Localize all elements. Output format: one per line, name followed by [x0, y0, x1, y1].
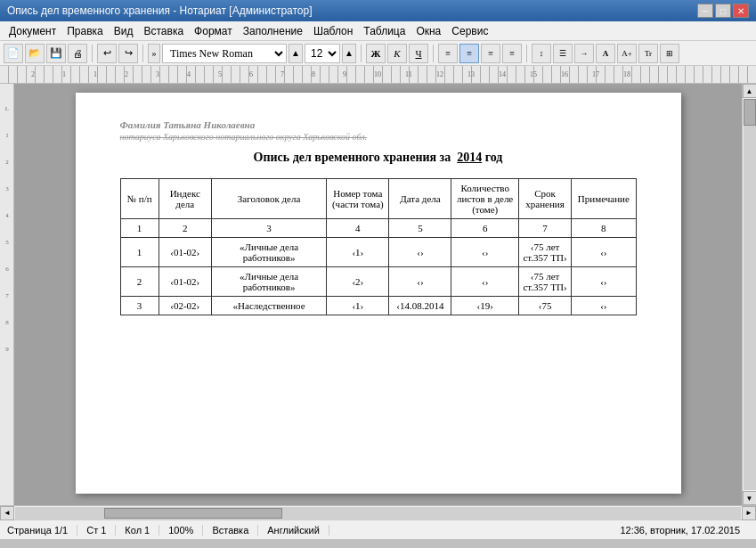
bold-button[interactable]: Ж: [366, 44, 386, 63]
undo-button[interactable]: ↩: [97, 44, 117, 63]
scroll-thumb[interactable]: [744, 99, 756, 126]
tr-button[interactable]: Tr: [638, 44, 658, 63]
extra-button[interactable]: ⊞: [660, 44, 679, 63]
scroll-right-button[interactable]: ►: [742, 506, 756, 520]
svg-text:7: 7: [280, 70, 284, 78]
page-header: Фамилия Татьяна Николаевна нотариуса Хар…: [120, 119, 637, 142]
col-header-2: Индекс дела: [159, 179, 211, 219]
svg-text:12: 12: [436, 70, 443, 78]
menu-service[interactable]: Сервис: [446, 23, 493, 39]
save-button[interactable]: 💾: [46, 44, 66, 63]
redo-button[interactable]: ↪: [118, 44, 138, 63]
svg-text:1: 1: [62, 70, 66, 78]
col-header-1: № п/п: [120, 179, 159, 219]
status-datetime: 12:36, вторник, 17.02.2015: [611, 525, 749, 536]
svg-text:7: 7: [5, 292, 9, 299]
align-center-button[interactable]: ≡: [459, 44, 479, 63]
menu-insert[interactable]: Вставка: [139, 23, 190, 39]
font-size-arrows2[interactable]: ▲: [342, 44, 356, 63]
table-cell-3: «Наследственное: [211, 297, 326, 315]
scroll-track[interactable]: [744, 99, 756, 490]
vertical-scrollbar[interactable]: ▲ ▼: [742, 84, 756, 505]
svg-text:17: 17: [592, 70, 599, 78]
table-cell-1: 3: [120, 297, 159, 315]
svg-text:1: 1: [5, 132, 9, 139]
menu-table[interactable]: Таблица: [358, 23, 411, 39]
table-cell-2: ‹02-02›: [159, 297, 211, 315]
h-scroll-thumb[interactable]: [104, 508, 282, 519]
open-button[interactable]: 📂: [25, 44, 45, 63]
col-header-4: Номер тома (части тома): [327, 179, 389, 219]
table-cell-3: «Личные дела работников»: [211, 267, 326, 297]
new-doc-button[interactable]: 📄: [4, 44, 23, 63]
table-cell-5: ‹›: [389, 238, 451, 267]
table-cell-4: ‹1›: [327, 297, 389, 315]
font-size-arrows[interactable]: ▲: [289, 44, 303, 63]
svg-text:2: 2: [5, 159, 9, 166]
inventory-table: № п/п Индекс дела Заголовок дела Номер т…: [120, 178, 637, 315]
horizontal-scrollbar[interactable]: ◄ ►: [0, 505, 756, 519]
align-justify-button[interactable]: ≡: [502, 44, 522, 63]
svg-text:16: 16: [561, 70, 568, 78]
menu-edit[interactable]: Правка: [61, 23, 109, 39]
menu-format[interactable]: Формат: [189, 23, 238, 39]
print-button[interactable]: 🖨: [68, 44, 87, 63]
document-area[interactable]: Фамилия Татьяна Николаевна нотариуса Хар…: [14, 84, 742, 505]
scroll-down-button[interactable]: ▼: [743, 491, 757, 505]
horizontal-ruler: 2 1 1 2 3 4 5 6 7 8 9 10 11 12 13 14 15 …: [0, 66, 756, 84]
menu-view[interactable]: Вид: [109, 23, 139, 39]
num-row-5: 5: [389, 219, 451, 238]
italic-button[interactable]: К: [387, 44, 407, 63]
maximize-button[interactable]: □: [715, 4, 731, 18]
svg-text:5: 5: [5, 239, 9, 246]
table-cell-6: ‹›: [451, 267, 518, 297]
num-row-2: 2: [159, 219, 211, 238]
list-button[interactable]: ☰: [553, 44, 573, 63]
table-cell-8: ‹›: [572, 238, 636, 267]
table-cell-1: 1: [120, 238, 159, 267]
table-cell-7: ‹75 лет ст.357 ТП›: [518, 238, 571, 267]
indent-button[interactable]: →: [574, 44, 594, 63]
title-bar: Опись дел временного хранения - Нотариат…: [0, 0, 756, 21]
table-cell-5: ‹14.08.2014: [389, 297, 451, 315]
align-left-button[interactable]: ≡: [438, 44, 458, 63]
main-area: L 1 2 3 4 5 6 7 8 9 Фамилия Татьяна Нико…: [0, 84, 756, 505]
underline-button[interactable]: Ч: [409, 44, 428, 63]
status-col: Кол 1: [116, 525, 159, 536]
menu-template[interactable]: Шаблон: [308, 23, 358, 39]
num-row-1: 1: [120, 219, 159, 238]
svg-text:8: 8: [5, 319, 9, 326]
title-text: Опись дел временного хранения за: [254, 151, 451, 164]
svg-text:2: 2: [31, 70, 35, 78]
toolbar-main: 📄 📂 💾 🖨 ↩ ↪ » Times New Roman ▲ 12 ▲ Ж К…: [0, 41, 756, 66]
menu-windows[interactable]: Окна: [411, 23, 446, 39]
table-cell-8: ‹›: [572, 297, 636, 315]
svg-text:11: 11: [405, 70, 412, 78]
menu-fill[interactable]: Заполнение: [238, 23, 308, 39]
table-cell-7: ‹75 лет ст.357 ТП›: [518, 267, 571, 297]
close-button[interactable]: ✕: [733, 4, 749, 18]
table-cell-7: ‹75: [518, 297, 571, 315]
align-right-button[interactable]: ≡: [481, 44, 500, 63]
menu-document[interactable]: Документ: [4, 23, 61, 39]
svg-text:4: 4: [187, 70, 191, 78]
header-line1: Фамилия Татьяна Николаевна: [120, 119, 637, 130]
svg-text:9: 9: [5, 346, 9, 353]
font-size-select[interactable]: 12: [305, 44, 340, 63]
font-color-button[interactable]: A: [596, 44, 615, 63]
status-lang: Английский: [258, 525, 329, 536]
table-cell-6: ‹19›: [451, 297, 518, 315]
font-size-up-button[interactable]: A+: [617, 44, 637, 63]
scroll-left-button[interactable]: ◄: [0, 506, 14, 520]
scroll-up-button[interactable]: ▲: [743, 84, 757, 98]
minimize-button[interactable]: ─: [697, 4, 713, 18]
line-spacing-button[interactable]: ↕: [532, 44, 551, 63]
svg-text:6: 6: [249, 70, 253, 78]
font-toolbar-expand[interactable]: »: [148, 44, 160, 63]
title-year[interactable]: 2014: [457, 151, 482, 164]
svg-text:1: 1: [93, 70, 97, 78]
h-scroll-track[interactable]: [15, 507, 741, 519]
font-name-select[interactable]: Times New Roman: [162, 44, 287, 63]
status-page: Страница 1/1: [7, 525, 77, 536]
svg-text:L: L: [5, 105, 9, 112]
